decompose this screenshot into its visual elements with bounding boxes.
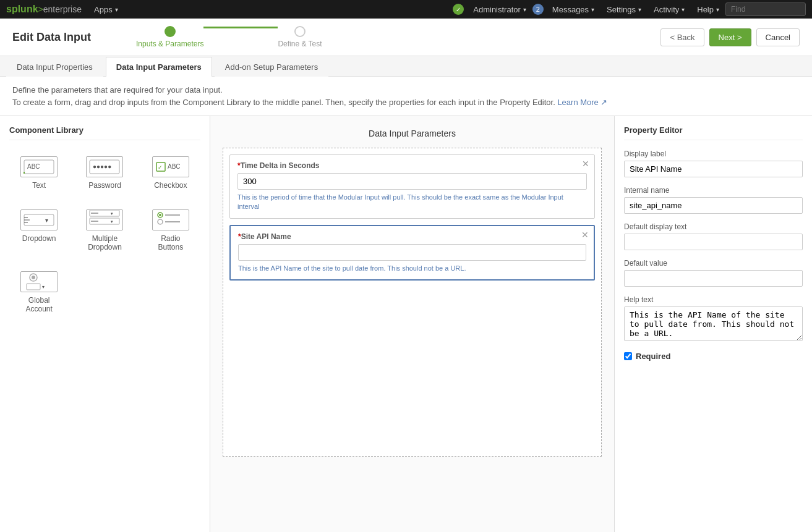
prop-display-label-label: Display label [624,150,803,158]
property-editor-title: Property Editor [624,125,803,140]
component-password[interactable]: ●●●●● Password [75,150,134,196]
help-menu[interactable]: Help ▾ [691,0,725,19]
apps-label: Apps [94,5,113,14]
tab-addon-setup-parameters[interactable]: Add-on Setup Parameters [215,57,328,77]
password-svg-icon: ●●●●● [89,159,120,174]
text-input-icon: ABC [20,156,58,177]
settings-menu[interactable]: Settings ▾ [600,0,647,19]
prop-default-value-group: Default value [624,259,803,287]
prop-help-text-group: Help text This is the API Name of the si… [624,295,803,343]
component-library-panel: Component Library ABC Text [0,116,210,532]
svg-text:●●●●●: ●●●●● [93,163,111,170]
activity-label: Activity [654,5,679,14]
wizard-steps: Inputs & Parameters Define & Test [124,26,648,48]
tabs-bar: Data Input Properties Data Input Paramet… [0,56,812,77]
svg-text:▾: ▾ [45,217,48,224]
messages-label: Messages [552,5,589,14]
logo-enterprise: enterprise [43,4,82,14]
component-dropdown-label: Dropdown [22,234,56,243]
prop-help-text-textarea[interactable]: This is the API Name of the site to pull… [624,306,803,341]
dropdown-input-icon: ▾ [20,209,58,230]
prop-default-display-text-input[interactable] [624,234,803,250]
description-line1: Define the parameters that are required … [12,84,800,96]
svg-text:▾: ▾ [42,284,45,290]
settings-chevron-icon: ▾ [638,6,641,13]
svg-text:▾: ▾ [111,219,113,224]
password-input-icon: ●●●●● [86,156,123,177]
step1-label: Inputs & Parameters [136,40,203,48]
cancel-button[interactable]: Cancel [756,28,800,46]
prop-default-value-input[interactable] [624,270,803,287]
prop-required-label: Required [636,352,670,361]
component-multiple-dropdown-label: MultipleDropdown [88,234,122,251]
page-title: Edit Data Input [12,31,111,44]
svg-text:✓: ✓ [158,164,163,171]
field-time-delta-label: *Time Delta in Seconds [237,161,587,170]
administrator-label: Administrator [473,5,521,14]
component-dropdown[interactable]: ▾ Dropdown [9,203,69,258]
messages-menu[interactable]: Messages ▾ [546,0,600,19]
field-site-api-name-label: *Site API Name [238,232,586,241]
component-multiple-dropdown[interactable]: ▾ ▾ MultipleDropdown [75,203,134,258]
field-time-delta-input[interactable] [237,173,587,190]
panels-container: Component Library ABC Text [0,116,812,532]
svg-text:ABC: ABC [168,163,181,170]
activity-menu[interactable]: Activity ▾ [647,0,691,19]
component-text[interactable]: ABC Text [9,150,69,196]
property-editor-panel: Property Editor Display label Internal n… [614,116,812,532]
prop-internal-name-input[interactable] [624,197,803,214]
svg-text:▾: ▾ [111,211,113,216]
component-text-label: Text [32,181,46,190]
svg-point-25 [32,276,35,279]
field-time-delta-close-icon[interactable]: ✕ [582,159,589,169]
apps-menu[interactable]: Apps ▾ [88,0,124,19]
component-global-account[interactable]: ▾ Global Account [9,264,69,320]
logo-arrow: > [38,4,43,14]
radio-buttons-input-icon [152,209,189,230]
component-radio-buttons[interactable]: Radio Buttons [141,203,200,258]
search-input[interactable] [725,2,806,16]
svg-text:ABC: ABC [27,163,40,170]
middle-title: Data Input Parameters [223,129,602,138]
step2-dot [294,26,306,37]
step1-container: Inputs & Parameters [136,26,203,48]
field-time-delta[interactable]: ✕ *Time Delta in Seconds This is the per… [229,154,595,219]
next-button[interactable]: Next > [709,28,751,46]
multiple-dropdown-input-icon: ▾ ▾ [86,209,123,230]
field-site-api-name-close-icon[interactable]: ✕ [581,230,589,240]
logo[interactable]: splunk>enterprise [6,4,82,15]
middle-panel: Data Input Parameters ✕ *Time Delta in S… [210,116,614,532]
svg-point-20 [159,214,161,216]
learn-more-link[interactable]: Learn More ↗ [557,98,607,107]
radio-svg-icon [155,209,186,230]
field-site-api-name[interactable]: ✕ *Site API Name This is the API Name of… [229,225,595,281]
help-chevron-icon: ▾ [716,6,719,13]
tab-data-input-parameters[interactable]: Data Input Parameters [106,57,212,77]
prop-help-text-label: Help text [624,295,803,304]
text-svg-icon: ABC [24,159,54,174]
tab-data-input-properties[interactable]: Data Input Properties [6,57,103,77]
component-checkbox[interactable]: ✓ ABC Checkbox [141,150,200,196]
apps-chevron-icon: ▾ [115,6,118,13]
top-nav: splunk>enterprise Apps ▾ ✓ Administrator… [0,0,812,19]
prop-display-label-group: Display label [624,150,803,177]
step2-container: Define & Test [278,26,322,48]
step1-dot [165,26,176,37]
status-icon: ✓ [453,4,464,15]
prop-default-display-text-group: Default display text [624,222,803,250]
prop-internal-name-group: Internal name [624,186,803,214]
field-time-delta-help: This is the period of time that the Modu… [237,193,587,212]
back-button[interactable]: < Back [660,28,704,46]
step2-label: Define & Test [278,40,322,48]
global-account-input-icon: ▾ [20,271,58,292]
multiple-dropdown-svg-icon: ▾ ▾ [89,209,120,230]
component-library-title: Component Library [9,125,200,140]
component-radio-buttons-label: Radio Buttons [148,234,194,251]
prop-required-checkbox[interactable] [624,352,632,360]
component-global-account-label: Global Account [16,296,62,313]
field-site-api-name-input[interactable] [238,244,586,261]
prop-display-label-input[interactable] [624,161,803,177]
step-connector [203,27,278,28]
svg-point-21 [158,219,163,224]
administrator-menu[interactable]: Administrator ▾ [467,0,532,19]
